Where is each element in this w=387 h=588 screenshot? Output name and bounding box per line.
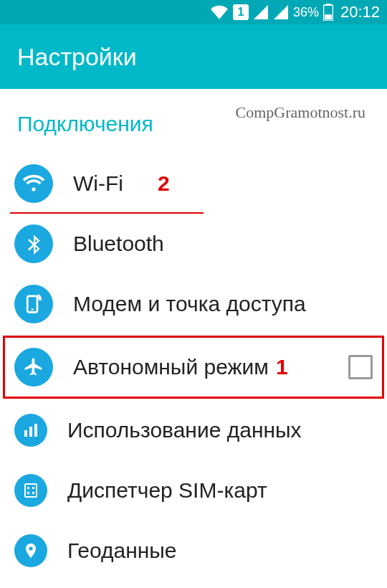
row-airplane[interactable]: Автономный режим 1 <box>0 337 387 397</box>
tethering-label: Модем и точка доступа <box>73 292 373 316</box>
wifi-status-icon <box>210 5 229 19</box>
row-datausage[interactable]: Использование данных <box>0 400 387 460</box>
svg-rect-6 <box>29 427 32 437</box>
svg-point-4 <box>32 308 34 310</box>
row-sim[interactable]: Диспетчер SIM-карт <box>0 460 387 521</box>
annotation-2: 2 <box>158 171 170 196</box>
annotation-1: 1 <box>276 355 288 379</box>
svg-rect-10 <box>32 487 34 489</box>
signal-icon-2 <box>273 5 289 19</box>
clock: 20:12 <box>340 3 380 22</box>
svg-point-13 <box>29 546 32 550</box>
signal-icon-1 <box>253 5 269 19</box>
svg-rect-5 <box>24 430 27 437</box>
location-icon <box>14 534 47 567</box>
location-label: Геоданные <box>67 539 373 563</box>
watermark: CompGramotnost.ru <box>236 103 366 122</box>
svg-rect-7 <box>34 424 37 437</box>
svg-rect-9 <box>27 487 29 489</box>
wifi-icon <box>14 164 53 203</box>
airplane-label: Автономный режим <box>73 355 269 379</box>
sim-icon <box>14 474 47 507</box>
svg-rect-12 <box>32 492 34 494</box>
wifi-label: Wi-Fi <box>73 171 373 196</box>
airplane-icon <box>14 348 53 387</box>
sim-label: Диспетчер SIM-карт <box>67 478 373 503</box>
battery-percent: 36% <box>293 5 319 20</box>
row-tethering[interactable]: Модем и точка доступа <box>0 274 387 334</box>
row-location[interactable]: Геоданные <box>0 521 387 581</box>
status-bar: 1 36% 20:12 <box>0 0 387 24</box>
page-title: Настройки <box>17 43 137 71</box>
svg-rect-1 <box>326 4 331 5</box>
row-wifi[interactable]: Wi-Fi 2 <box>0 153 387 214</box>
content: CompGramotnost.ru Подключения Wi-Fi 2 Bl… <box>0 89 387 581</box>
app-bar: Настройки <box>0 24 387 89</box>
bluetooth-icon <box>14 224 53 263</box>
battery-icon <box>323 4 333 21</box>
tethering-icon <box>14 285 53 323</box>
svg-rect-11 <box>27 492 29 494</box>
bluetooth-label: Bluetooth <box>73 232 373 256</box>
datausage-icon <box>14 414 47 447</box>
svg-rect-8 <box>25 484 37 497</box>
svg-rect-2 <box>325 14 332 19</box>
sim-indicator: 1 <box>233 4 249 20</box>
datausage-label: Использование данных <box>67 418 373 442</box>
row-bluetooth[interactable]: Bluetooth <box>0 214 387 274</box>
airplane-checkbox[interactable] <box>348 355 373 379</box>
